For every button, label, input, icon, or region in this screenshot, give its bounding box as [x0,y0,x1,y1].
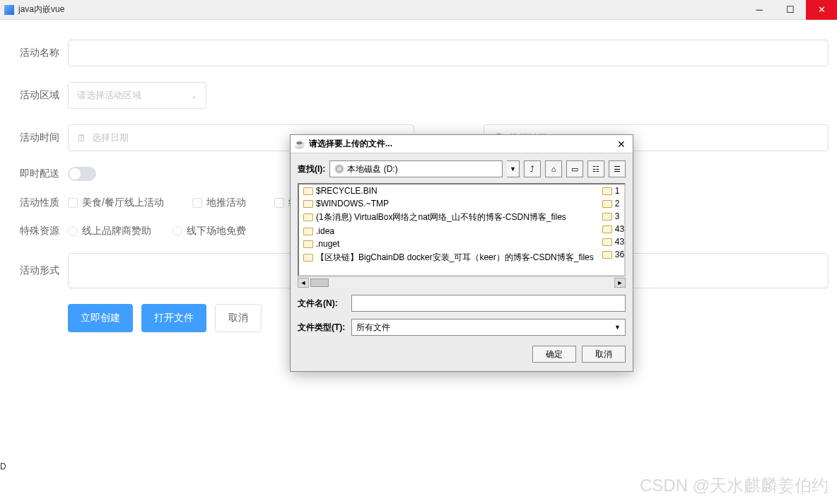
folder-icon [303,200,313,208]
folder-icon [602,200,612,208]
folder-icon [602,251,612,259]
file-item[interactable]: 【区块链】BigChainDB docker安装_可耳（keer）的博客-CSD… [299,250,598,265]
checkbox-ground[interactable]: 地推活动 [192,197,246,209]
lookup-label: 查找(I): [298,163,325,175]
minimize-button[interactable]: ─ [744,0,775,20]
region-select[interactable]: 请选择活动区域 ⌄ [68,82,206,109]
calendar-icon: 🗓 [77,133,86,143]
label-nature: 活动性质 [8,197,59,209]
debug-char: D [0,462,6,471]
scroll-right-button[interactable]: ► [614,278,626,288]
label-name: 活动名称 [8,47,59,59]
window-title: java内嵌vue [18,4,744,16]
folder-icon [602,187,612,195]
filetype-select[interactable]: 所有文件 ▼ [351,319,626,336]
file-dialog: ☕ 请选择要上传的文件... ✕ 查找(I): 本地磁盘 (D:) ▼ ⤴ ⌂ … [290,134,633,372]
dialog-cancel-button[interactable]: 取消 [582,346,626,363]
file-item[interactable]: 3 [598,210,626,223]
instant-switch[interactable] [68,167,96,181]
details-view-button[interactable]: ☰ [609,160,626,177]
nature-checkboxes: 美食/餐厅线上活动 地推活动 线 [68,197,298,209]
filename-input[interactable] [351,295,626,312]
label-instant: 即时配送 [8,168,59,180]
file-item[interactable]: 43 [598,223,626,235]
open-file-button[interactable]: 打开文件 [141,304,206,332]
dialog-titlebar: ☕ 请选择要上传的文件... ✕ [291,135,633,153]
maximize-button[interactable]: ☐ [775,0,806,20]
dialog-ok-button[interactable]: 确定 [532,346,576,363]
home-button[interactable]: ⌂ [545,160,562,177]
file-item[interactable]: .idea [299,225,598,238]
folder-icon [303,187,313,195]
folder-icon [602,213,612,221]
app-icon [4,5,14,15]
file-item[interactable]: 43 [598,235,626,248]
file-item[interactable]: $WINDOWS.~TMP [299,197,598,210]
folder-icon [602,238,612,246]
dialog-close-button[interactable]: ✕ [614,138,628,151]
folder-icon [602,225,612,233]
file-list[interactable]: $RECYCLE.BIN$WINDOWS.~TMP(1条消息) VirtualB… [298,183,626,276]
file-item[interactable]: 36 [598,248,626,261]
scroll-left-button[interactable]: ◄ [298,278,309,288]
horizontal-scrollbar[interactable]: ◄ ► [298,276,626,288]
drive-dropdown-arrow[interactable]: ▼ [507,160,520,177]
label-resource: 特殊资源 [8,225,59,238]
file-item[interactable]: $RECYCLE.BIN [299,184,598,197]
close-button[interactable]: ✕ [806,0,837,20]
label-region: 活动区域 [8,89,59,102]
folder-icon [303,240,313,248]
titlebar: java内嵌vue ─ ☐ ✕ [0,0,837,20]
filename-label: 文件名(N): [298,298,346,310]
label-time: 活动时间 [8,131,59,144]
scroll-thumb[interactable] [310,279,329,287]
date-placeholder: 选择日期 [92,131,129,144]
radio-online[interactable]: 线上品牌商赞助 [68,225,151,238]
dialog-title: 请选择要上传的文件... [309,138,614,150]
name-input[interactable] [68,40,829,66]
up-folder-button[interactable]: ⤴ [524,160,541,177]
drive-select[interactable]: 本地磁盘 (D:) [329,160,503,177]
list-view-button[interactable]: ☷ [587,160,604,177]
label-form: 活动形式 [8,264,59,277]
file-item[interactable]: .nuget [299,238,598,250]
folder-icon [303,213,313,221]
drive-text: 本地磁盘 (D:) [347,163,397,175]
file-item[interactable]: 1 [598,184,626,197]
disk-icon [334,164,344,174]
chevron-down-icon: ⌄ [191,91,197,100]
radio-offline[interactable]: 线下场地免费 [172,225,246,238]
window-controls: ─ ☐ ✕ [744,0,837,20]
file-item[interactable]: 2 [598,197,626,210]
java-icon: ☕ [295,139,305,149]
resource-radios: 线上品牌商赞助 线下场地免费 [68,225,246,238]
cancel-button[interactable]: 取消 [215,304,262,332]
filetype-label: 文件类型(T): [298,322,346,334]
create-button[interactable]: 立即创建 [68,304,133,332]
watermark: CSDN @天水麒麟姜伯约 [640,474,829,497]
new-folder-button[interactable]: ▭ [566,160,583,177]
file-item[interactable]: (1条消息) VirtualBox网络之nat网络_山不转的博客-CSDN博客_… [299,210,598,225]
checkbox-food[interactable]: 美食/餐厅线上活动 [68,197,164,209]
folder-icon [303,228,313,235]
region-placeholder: 请选择活动区域 [77,89,141,102]
folder-icon [303,254,313,262]
